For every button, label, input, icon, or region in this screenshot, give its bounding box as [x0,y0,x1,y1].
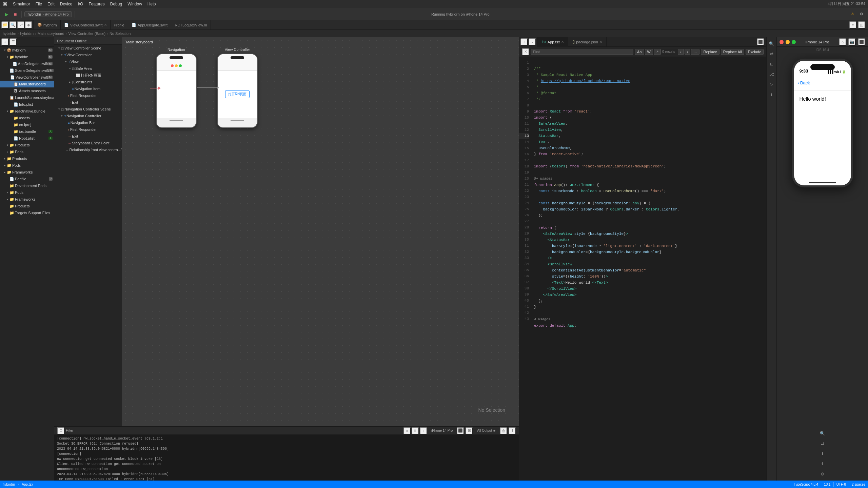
file-tab-profile[interactable]: Profile [111,20,128,30]
preview-info-icon[interactable]: ℹ [819,460,826,468]
menu-help[interactable]: Help [147,2,156,6]
tree-products-2[interactable]: ▸ 📁 Products [0,155,54,162]
editor-assistant-btn[interactable]: ◫ [858,21,865,29]
rs-debug-icon[interactable]: ▷ [768,81,775,88]
tree-viewcontroller[interactable]: 📄 ViewController.swift M [0,74,54,81]
tree-appdelegate[interactable]: 📄 AppDelegate.swift M [0,60,54,67]
console-clear-btn[interactable]: ⊘ [403,427,411,434]
menu-debug[interactable]: Debug [110,2,122,6]
menu-edit[interactable]: Edit [47,2,55,6]
outline-nc[interactable]: ▾ □ Navigation Controller [54,113,122,119]
outline-nav-item[interactable]: ≡ Navigation Item [54,85,122,92]
console-trash-btn[interactable]: 🗑 [500,427,507,434]
tree-launchscreen[interactable]: 📋 LaunchScreen.storyboard [0,94,54,101]
sidebar-btn-2[interactable]: ☰ [9,38,17,46]
menu-device[interactable]: Device [60,2,73,6]
search-prev-btn[interactable]: ‹ [678,49,684,55]
file-tab-appdelegate[interactable]: 📄 AppDelegate.swift [128,20,172,30]
file-tab-rctlogbox[interactable]: RCTLogBoxView.m [171,20,211,30]
tab-close-icon[interactable]: ✕ [599,40,602,44]
git-icon[interactable]: ⎇ [17,21,24,29]
traffic-yellow[interactable] [786,40,790,44]
file-tab-hybridrn[interactable]: 📦 hybridrn [34,20,61,30]
scheme-selector[interactable]: hybridrn › iPhone 14 Pro [24,11,72,17]
tree-root[interactable]: ▾ 📦 hybridrn M [0,47,54,54]
console-download-btn[interactable]: ⬇ [509,427,516,434]
toolbar-warnings-btn[interactable]: ⚠ [849,11,856,18]
outline-navbar[interactable]: ≡ Navigation Bar [54,119,122,126]
toolbar-settings-btn[interactable]: ⚙ [858,11,865,18]
tree-products-3[interactable]: 📁 Products [0,203,54,209]
preview-gear-icon[interactable]: ⚙ [819,470,826,478]
console-scroll-btn[interactable]: ↓ [420,427,427,434]
outline-first-responder[interactable]: ↑ First Responder [54,92,122,99]
search-word-btn[interactable]: W [645,49,653,55]
tree-infoplist[interactable]: 📄 Info.plist [0,101,54,108]
console-pause-btn[interactable]: ⏸ [412,427,419,434]
menu-window[interactable]: Window [127,2,142,6]
breadcrumb-hybridrn[interactable]: hybridrn [3,32,16,36]
breakpoint-icon[interactable]: ◆ [25,21,32,29]
menu-io[interactable]: I/O [78,2,83,6]
sidebar-btn-1[interactable]: + [1,38,9,46]
editor-standard-btn[interactable]: ≡ [849,21,856,29]
tree-products-1[interactable]: ▾ 📁 Products [0,142,54,148]
outline-view[interactable]: ▾ □ View [54,58,122,65]
rs-git-icon[interactable]: ⎇ [768,70,775,78]
replace-btn[interactable]: Replace [701,49,719,55]
search-next-btn[interactable]: › [685,49,691,55]
rs-search-icon[interactable]: 🔍 [768,40,775,47]
tree-iosbundle[interactable]: 📁 ios.bundle A [0,128,54,135]
preview-rotate-icon[interactable]: ⬛ [858,38,865,46]
console-filter2-btn[interactable]: ⊞ [466,427,473,434]
tree-rootplist[interactable]: 📄 Root.plist A [0,135,54,142]
magnifier-icon[interactable]: 🔍 [9,21,17,29]
tree-pods-1[interactable]: ▸ 📁 Pods [0,148,54,155]
editor-forward-btn[interactable]: › [529,38,536,46]
menu-features[interactable]: Features [88,2,104,6]
outline-open-rn[interactable]: ⬜ 打开RN页面 [54,72,122,79]
stop-button[interactable]: ■ [12,11,19,18]
tree-targets-support[interactable]: 📁 Targets Support Files [0,209,54,216]
rs-replace-icon[interactable]: ⇄ [768,50,775,58]
folder-icon[interactable]: 📁 [1,21,9,29]
tab-close-icon[interactable]: ✕ [104,23,107,27]
tree-reactnative-bundle[interactable]: ▾ 📁 reactnative.bundle [0,108,54,115]
tree-pods-2[interactable]: ▸ 📁 Pods [0,162,54,169]
search-case-btn[interactable]: Aa [635,49,644,55]
run-button[interactable]: ▶ [3,11,11,18]
preview-screenshot-icon[interactable]: 📷 [848,38,856,46]
tree-hybridrn[interactable]: ▾ 📁 hybridrn M [0,54,54,60]
outline-constraints[interactable]: ▸ | Constraints [54,79,122,85]
menu-simulator[interactable]: Simulator [13,2,30,6]
exclude-btn[interactable]: Exclude [746,49,764,55]
file-tab-viewcontroller[interactable]: 📄 ViewController.swift ✕ [61,20,111,30]
search-close-btn[interactable]: ✕ [522,48,529,56]
menu-file[interactable]: File [36,2,42,6]
preview-share-icon[interactable]: ⬆ [819,450,826,458]
tree-frameworks-2[interactable]: ▸ 📁 Frameworks [0,196,54,203]
tree-pods-3[interactable]: ▸ 📁 Pods [0,189,54,196]
rs-filter-icon[interactable]: ⊡ [768,60,775,68]
console-output[interactable]: [connection] nw_socket_handle_socket_eve… [54,435,519,481]
preview-search-icon[interactable]: 🔍 [819,430,826,437]
tree-frameworks[interactable]: ▸ 📁 Frameworks [0,169,54,176]
preview-replace-icon[interactable]: ⇄ [819,440,826,447]
canvas-background[interactable]: Main storyboard Navigation [122,37,519,426]
tab-close-icon[interactable]: ✕ [561,40,564,44]
outline-exit[interactable]: → Exit [54,99,122,106]
console-filter-btn[interactable]: ⊡ [57,427,64,434]
tree-enlproj[interactable]: 📁 en.lproj [0,121,54,128]
breadcrumb-hybridrn2[interactable]: hybridrn [20,32,34,36]
search-regex-btn[interactable]: .* [654,49,661,55]
tree-mainstoryboard[interactable]: 📋 Main.storyboard [0,81,54,87]
replace-all-btn[interactable]: Replace All [721,49,744,55]
editor-split-btn[interactable]: ⬛ [757,38,764,46]
tree-devpods[interactable]: 📁 Development Pods [0,182,54,189]
preview-home-icon[interactable]: ⌂ [839,38,846,46]
console-split-btn[interactable]: ⬛ [457,427,464,434]
outline-nc-scene[interactable]: ▾ ◻ Navigation Controller Scene [54,106,122,113]
tree-podfile[interactable]: 📄 Podfile ? [0,176,54,182]
outline-vc-scene[interactable]: ▾ ◻ View Controller Scene [54,45,122,52]
editor-tab-apptsx[interactable]: tsx App.tsx ✕ [538,37,568,47]
